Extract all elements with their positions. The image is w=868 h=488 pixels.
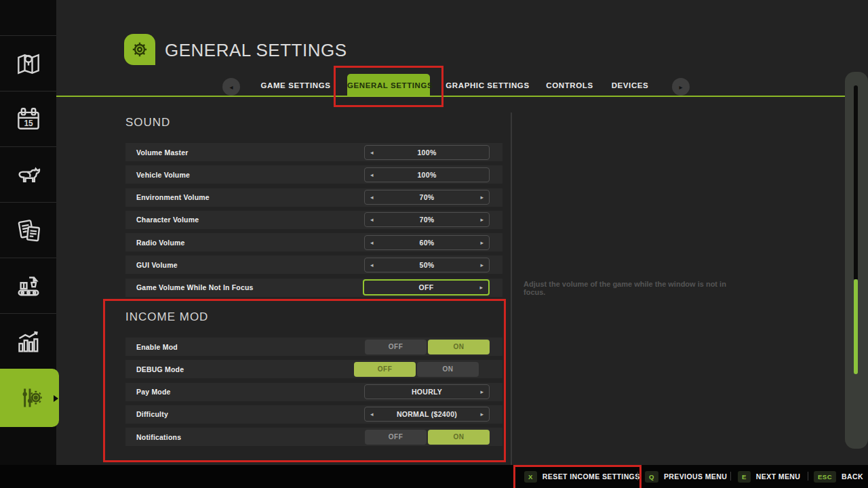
settings-row: GUI Volume◂50%▸ (125, 256, 502, 274)
row-label: Game Volume While Not In Focus (136, 283, 254, 291)
row-label: Volume Master (136, 148, 189, 157)
tab-devices[interactable]: DEVICES (612, 81, 649, 89)
selector-right-arrow-icon[interactable]: ▸ (479, 284, 483, 291)
row-label: Environment Volume (136, 193, 210, 201)
footer-separator (808, 472, 808, 481)
footer-action-label: NEXT MENU (756, 472, 800, 481)
tab-underline (56, 96, 846, 97)
settings-row: Radio Volume◂60%▸ (125, 233, 502, 251)
settings-row: Enable ModOFFON (125, 338, 502, 356)
row-label: GUI Volume (136, 261, 178, 269)
settings-row: Pay ModeHOURLY▸ (125, 383, 502, 401)
production-icon (14, 271, 43, 301)
selector-left-arrow-icon[interactable]: ◂ (370, 171, 374, 178)
key-e-badge[interactable]: E (738, 471, 751, 483)
selector-value: OFF (419, 283, 434, 291)
toggle-control: OFFON (354, 362, 479, 377)
toggle-off-button[interactable]: OFF (365, 340, 427, 354)
row-label: Character Volume (136, 216, 199, 224)
settings-row: Vehicle Volume◂100% (125, 165, 502, 184)
selector-right-arrow-icon[interactable]: ▸ (480, 388, 484, 395)
selector-left-arrow-icon[interactable]: ◂ (370, 239, 374, 246)
selector-left-arrow-icon[interactable]: ◂ (370, 194, 374, 201)
footer-separator (637, 472, 638, 481)
toggle-control: OFFON (365, 340, 490, 354)
selector-control[interactable]: OFF▸ (363, 279, 490, 296)
tab-general-settings[interactable]: GENERAL SETTINGS (347, 74, 430, 97)
setting-description: Adjust the volume of the game while the … (524, 280, 747, 296)
settings-row: DEBUG ModeOFFON (125, 360, 502, 378)
scrollbar-thumb[interactable] (854, 279, 858, 374)
sidebar-item-map[interactable] (0, 35, 56, 91)
selector-left-arrow-icon[interactable]: ◂ (370, 262, 374, 268)
selector-left-arrow-icon[interactable]: ◂ (370, 411, 374, 418)
gear-icon (129, 39, 151, 60)
map-icon (14, 49, 43, 79)
toggle-on-button[interactable]: ON (428, 430, 490, 445)
row-label: Radio Volume (136, 239, 185, 247)
selector-value: 50% (420, 261, 435, 269)
contracts-icon (14, 216, 43, 245)
settings-row: Environment Volume◂70%▸ (125, 188, 502, 207)
toggle-on-button[interactable]: ON (428, 340, 490, 354)
key-x-badge[interactable]: X (524, 471, 537, 483)
selector-control[interactable]: ◂100% (364, 167, 490, 182)
cow-icon (14, 160, 43, 190)
selector-control[interactable]: ◂50%▸ (364, 258, 490, 272)
sidebar-item-contracts[interactable] (0, 202, 56, 258)
calendar-day-label: 15 (24, 119, 33, 128)
settings-row: Volume Master◂100% (125, 143, 502, 161)
footer-action-reset-income-settings[interactable]: XRESET INCOME SETTINGS (524, 465, 640, 488)
footer-action-previous-menu[interactable]: QPREVIOUS MENU (645, 465, 727, 488)
row-label: Vehicle Volume (136, 171, 190, 179)
selector-control[interactable]: ◂70%▸ (364, 190, 490, 205)
footer-action-back[interactable]: ESCBACK (814, 465, 863, 488)
selector-control[interactable]: ◂60%▸ (364, 235, 490, 250)
sidebar-item-calendar[interactable]: 15 (0, 91, 56, 146)
sidebar-item-animals[interactable] (0, 146, 56, 202)
sidebar-item-production[interactable] (0, 258, 56, 313)
key-q-badge[interactable]: Q (645, 471, 658, 483)
toggle-off-button[interactable]: OFF (365, 430, 427, 445)
tabs-prev-button[interactable]: ◂ (222, 78, 240, 96)
selector-left-arrow-icon[interactable]: ◂ (370, 149, 374, 156)
toggle-off-button[interactable]: OFF (354, 362, 416, 377)
selector-right-arrow-icon[interactable]: ▸ (480, 262, 484, 268)
sidebar-item-statistics[interactable] (0, 313, 56, 369)
settings-sliders-icon (15, 383, 45, 413)
settings-page-icon (124, 34, 155, 65)
selector-value: HOURLY (412, 388, 442, 396)
sidebar-item-settings[interactable] (0, 369, 59, 427)
row-label: DEBUG Mode (136, 365, 184, 373)
selector-left-arrow-icon[interactable]: ◂ (370, 216, 374, 223)
section-title-sound: SOUND (125, 116, 170, 129)
tab-controls[interactable]: CONTROLS (546, 81, 593, 89)
tab-graphic-settings[interactable]: GRAPHIC SETTINGS (446, 81, 529, 89)
row-label: Notifications (136, 433, 181, 441)
settings-row: Difficulty◂NORMAL ($2400)▸ (125, 405, 502, 424)
toggle-control: OFFON (365, 430, 490, 445)
tab-game-settings[interactable]: GAME SETTINGS (260, 81, 330, 89)
selector-right-arrow-icon[interactable]: ▸ (480, 194, 484, 201)
toggle-on-button[interactable]: ON (417, 362, 479, 377)
selector-control[interactable]: ◂NORMAL ($2400)▸ (364, 407, 490, 422)
selector-control[interactable]: HOURLY▸ (364, 384, 490, 399)
selector-right-arrow-icon[interactable]: ▸ (480, 239, 484, 246)
row-label: Pay Mode (136, 388, 171, 396)
key-esc-badge[interactable]: ESC (814, 471, 836, 483)
row-label: Difficulty (136, 410, 168, 418)
section-title-income-mod: INCOME MOD (125, 310, 208, 324)
selector-right-arrow-icon[interactable]: ▸ (480, 216, 484, 223)
selector-control[interactable]: ◂100% (364, 145, 490, 160)
footer-action-label: PREVIOUS MENU (664, 472, 727, 481)
selector-value: NORMAL ($2400) (397, 410, 457, 418)
page-title: GENERAL SETTINGS (165, 40, 347, 61)
settings-row: NotificationsOFFON (125, 428, 502, 446)
selector-right-arrow-icon[interactable]: ▸ (480, 411, 484, 418)
income-mod-rows: Enable ModOFFONDEBUG ModeOFFONPay ModeHO… (125, 338, 502, 450)
footer-action-next-menu[interactable]: ENEXT MENU (738, 465, 800, 488)
tabs-next-button[interactable]: ▸ (672, 78, 690, 96)
selector-control[interactable]: ◂70%▸ (364, 212, 490, 227)
scrollbar-track[interactable] (854, 85, 858, 279)
selector-value: 100% (417, 171, 436, 179)
